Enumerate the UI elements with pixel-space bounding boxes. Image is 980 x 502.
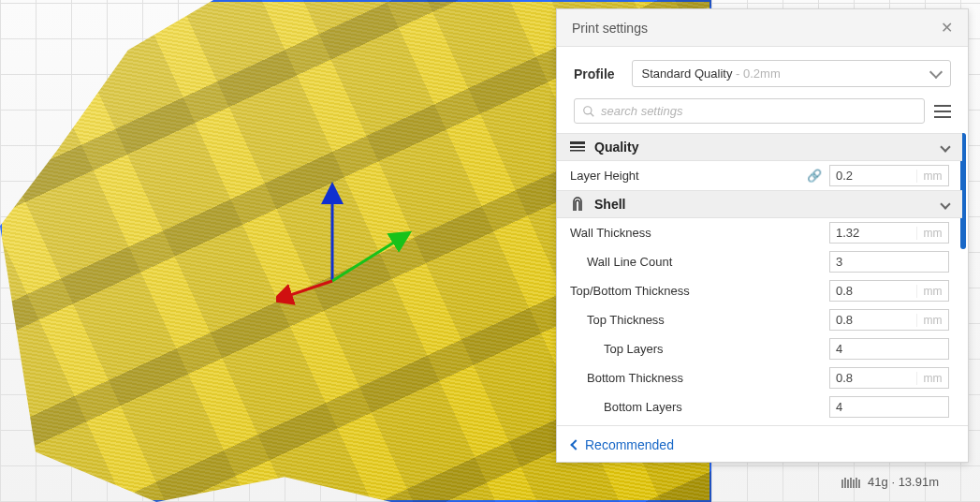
- svg-rect-6: [570, 146, 585, 148]
- search-row: [557, 98, 968, 133]
- section-quality[interactable]: Quality: [557, 133, 962, 161]
- profile-detail: - 0.2mm: [732, 66, 780, 81]
- panel-title: Print settings: [572, 21, 648, 36]
- section-quality-title: Quality: [594, 140, 638, 155]
- layer-height-input[interactable]: [830, 166, 916, 185]
- setting-horizontal-expansion: Horizontal Expansion mm: [557, 421, 962, 425]
- svg-point-3: [584, 106, 592, 113]
- setting-layer-height: Layer Height 🔗 mm: [557, 161, 962, 190]
- top-bottom-thickness-input[interactable]: [830, 281, 916, 301]
- link-icon[interactable]: 🔗: [807, 169, 822, 183]
- settings-menu-icon[interactable]: [934, 105, 951, 118]
- section-shell-title: Shell: [594, 197, 625, 212]
- setting-wall-thickness: Wall Thickness mm: [557, 218, 962, 247]
- top-layers-input[interactable]: [830, 339, 948, 359]
- search-input[interactable]: [601, 104, 916, 118]
- setting-bottom-thickness: Bottom Thickness mm: [557, 363, 962, 392]
- svg-rect-7: [570, 150, 585, 152]
- top-thickness-input[interactable]: [830, 310, 916, 330]
- setting-top-thickness: Top Thickness mm: [557, 305, 962, 334]
- wall-line-count-input[interactable]: [830, 252, 948, 272]
- settings-list[interactable]: Quality Layer Height 🔗 mm Shell Wall Thi…: [557, 133, 968, 425]
- setting-top-layers: Top Layers: [557, 334, 962, 363]
- recommended-button[interactable]: Recommended: [572, 437, 674, 452]
- svg-rect-5: [570, 141, 585, 144]
- setting-top-bottom-thickness: Top/Bottom Thickness mm: [557, 276, 962, 305]
- bottom-thickness-input[interactable]: [830, 368, 916, 388]
- setting-bottom-layers: Bottom Layers: [557, 392, 962, 421]
- profile-row: Profile Standard Quality - 0.2mm: [557, 47, 968, 98]
- bottom-layers-input[interactable]: [830, 397, 948, 417]
- chevron-left-icon: [570, 439, 580, 450]
- setting-wall-line-count: Wall Line Count: [557, 247, 962, 276]
- shell-icon: [570, 197, 585, 212]
- profile-name: Standard Quality: [642, 66, 733, 81]
- close-icon[interactable]: ✕: [937, 17, 957, 38]
- material-icon: [841, 476, 862, 489]
- quality-icon: [570, 140, 585, 155]
- profile-select[interactable]: Standard Quality - 0.2mm: [632, 60, 951, 87]
- wall-thickness-input[interactable]: [830, 223, 916, 243]
- section-shell[interactable]: Shell: [557, 190, 962, 218]
- svg-line-4: [591, 112, 594, 116]
- search-box[interactable]: [574, 98, 925, 124]
- search-icon: [582, 105, 595, 118]
- print-estimate-text: 41g · 13.91m: [868, 475, 939, 489]
- panel-footer: Recommended: [557, 425, 968, 462]
- profile-label: Profile: [574, 66, 615, 81]
- print-settings-panel: Print settings ✕ Profile Standard Qualit…: [556, 8, 969, 463]
- panel-header: Print settings ✕: [557, 9, 968, 47]
- chevron-down-icon: [940, 141, 950, 152]
- chevron-down-icon: [940, 199, 950, 209]
- print-estimate: 41g · 13.91m: [841, 475, 939, 489]
